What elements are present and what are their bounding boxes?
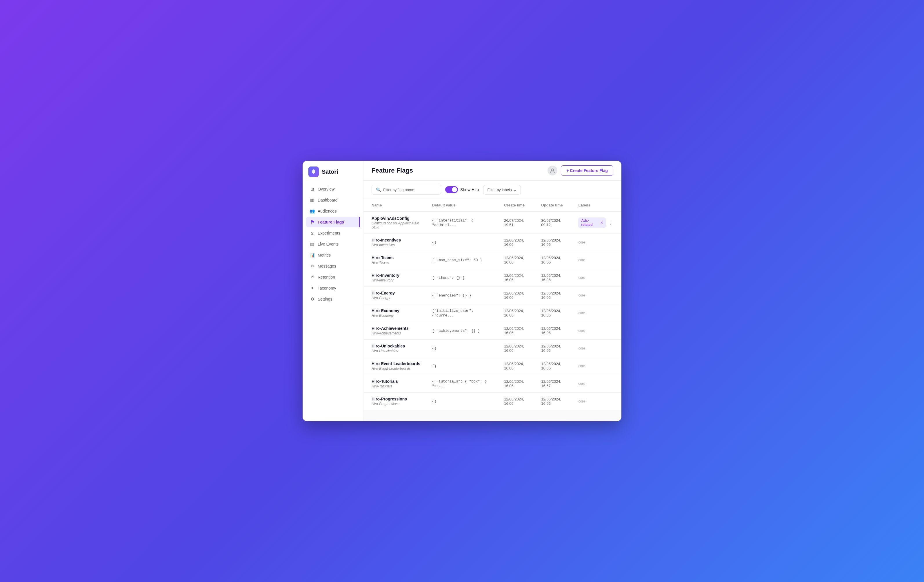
update-time-text: 12/06/2024, 16:06 bbox=[541, 309, 561, 317]
flag-desc: Hiro-Inventory bbox=[371, 278, 423, 282]
flag-default-value: {} bbox=[427, 340, 499, 357]
table-row[interactable]: Hiro-AchievementsHiro-Achievements{ "ach… bbox=[363, 322, 621, 340]
sidebar-item-audiences[interactable]: 👥 Audiences bbox=[306, 206, 360, 216]
sidebar-item-messages[interactable]: ✉ Messages bbox=[306, 261, 360, 271]
table-row[interactable]: Hiro-IncentivesHiro-Incentives{}12/06/20… bbox=[363, 233, 621, 252]
labels-cell-inner: core bbox=[578, 381, 613, 386]
table-row[interactable]: Hiro-ProgressionsHiro-Progressions{}12/0… bbox=[363, 393, 621, 410]
app-name: Satori bbox=[322, 169, 338, 175]
label-remove-icon[interactable]: ✕ bbox=[600, 221, 603, 225]
flag-update-time: 12/06/2024, 16:06 bbox=[536, 393, 574, 410]
core-label: core bbox=[578, 240, 585, 244]
more-menu-icon[interactable]: ⋮ bbox=[608, 219, 613, 226]
default-value-text: {} bbox=[432, 347, 437, 351]
flag-update-time: 12/06/2024, 16:06 bbox=[536, 252, 574, 269]
flag-name-cell: Hiro-InventoryHiro-Inventory bbox=[363, 269, 427, 287]
labels-cell-inner: core bbox=[578, 364, 613, 368]
flag-desc: Hiro-Event-Leaderboards bbox=[371, 367, 423, 371]
search-icon: 🔍 bbox=[376, 187, 381, 192]
sidebar-item-experiments[interactable]: ⧖ Experiments bbox=[306, 228, 360, 238]
core-label: core bbox=[578, 346, 585, 350]
flag-name: Hiro-Event-Leaderboards bbox=[371, 362, 423, 366]
flag-create-time: 12/06/2024, 16:06 bbox=[499, 340, 536, 357]
flag-create-time: 12/06/2024, 16:06 bbox=[499, 252, 536, 269]
flag-labels-cell: core bbox=[574, 287, 621, 304]
update-time-text: 12/06/2024, 16:57 bbox=[541, 379, 561, 388]
update-time-text: 12/06/2024, 16:06 bbox=[541, 362, 561, 370]
flag-update-time: 12/06/2024, 16:06 bbox=[536, 357, 574, 375]
col-default-value: Default value bbox=[427, 199, 499, 212]
flag-name: Hiro-Inventory bbox=[371, 273, 423, 278]
flag-default-value: { "energies": {} } bbox=[427, 287, 499, 304]
table-row[interactable]: Hiro-UnlockablesHiro-Unlockables{}12/06/… bbox=[363, 340, 621, 357]
table-row[interactable]: Hiro-TutorialsHiro-Tutorials{ "tutorials… bbox=[363, 375, 621, 393]
taxonomy-icon: ✦ bbox=[310, 286, 315, 291]
create-time-text: 12/06/2024, 16:06 bbox=[504, 309, 524, 317]
sidebar-item-label: Dashboard bbox=[318, 198, 338, 202]
create-feature-flag-button[interactable]: + Create Feature Flag bbox=[561, 165, 613, 176]
core-label: core bbox=[578, 399, 585, 403]
sidebar-item-label: Retention bbox=[318, 275, 335, 279]
labels-cell-inner: core bbox=[578, 346, 613, 350]
flag-default-value: {"initialize_user":{"curre... bbox=[427, 304, 499, 322]
flag-default-value: { "max_team_size": 50 } bbox=[427, 252, 499, 269]
flag-create-time: 12/06/2024, 16:06 bbox=[499, 375, 536, 393]
flag-name-cell: Hiro-EnergyHiro-Energy bbox=[363, 287, 427, 304]
default-value-text: { "energies": {} } bbox=[432, 294, 471, 298]
table-row[interactable]: Hiro-TeamsHiro-Teams{ "max_team_size": 5… bbox=[363, 252, 621, 269]
flag-name: Hiro-Economy bbox=[371, 308, 423, 313]
flag-desc: Hiro-Tutorials bbox=[371, 384, 423, 388]
core-label: core bbox=[578, 276, 585, 280]
create-time-text: 12/06/2024, 16:06 bbox=[504, 344, 524, 353]
search-box[interactable]: 🔍 bbox=[371, 185, 441, 195]
flag-create-time: 26/07/2024, 19:51 bbox=[499, 212, 536, 233]
create-time-text: 12/06/2024, 16:06 bbox=[504, 326, 524, 335]
flag-name: Hiro-Teams bbox=[371, 255, 423, 260]
app-container: Satori ⊞ Overview ▦ Dashboard 👥 Audience… bbox=[303, 161, 621, 421]
flag-create-time: 12/06/2024, 16:06 bbox=[499, 304, 536, 322]
update-time-text: 12/06/2024, 16:06 bbox=[541, 326, 561, 335]
sidebar-item-dashboard[interactable]: ▦ Dashboard bbox=[306, 195, 360, 205]
search-input[interactable] bbox=[383, 187, 437, 192]
sidebar-item-settings[interactable]: ⚙ Settings bbox=[306, 294, 360, 304]
flag-name-cell: ApplovinAdsConfigConfiguration for Applo… bbox=[363, 212, 427, 233]
sidebar-item-label: Messages bbox=[318, 264, 336, 268]
flag-desc: Configuration for ApplovinMAX SDK bbox=[371, 221, 423, 229]
sidebar-item-overview[interactable]: ⊞ Overview bbox=[306, 184, 360, 194]
show-hiro-toggle[interactable] bbox=[445, 186, 458, 193]
flag-labels-cell: core bbox=[574, 393, 621, 410]
labels-cell-inner: core bbox=[578, 240, 613, 244]
filter-labels-text: Filter by labels bbox=[487, 187, 512, 192]
sidebar-item-feature-flags[interactable]: ⚑ Feature Flags bbox=[306, 217, 360, 227]
flag-name: Hiro-Tutorials bbox=[371, 379, 423, 384]
sidebar-item-metrics[interactable]: 📊 Metrics bbox=[306, 250, 360, 260]
table-row[interactable]: Hiro-EconomyHiro-Economy{"initialize_use… bbox=[363, 304, 621, 322]
dashboard-icon: ▦ bbox=[310, 197, 315, 203]
feature-flags-icon: ⚑ bbox=[310, 219, 315, 225]
default-value-text: {} bbox=[432, 364, 437, 368]
table-row[interactable]: Hiro-EnergyHiro-Energy{ "energies": {} }… bbox=[363, 287, 621, 304]
flag-labels-cell: core bbox=[574, 340, 621, 357]
show-hiro-label: Show Hiro bbox=[460, 187, 479, 192]
label-badge: Ads-related ✕ bbox=[578, 217, 606, 228]
flag-update-time: 12/06/2024, 16:57 bbox=[536, 375, 574, 393]
metrics-icon: 📊 bbox=[310, 253, 315, 258]
sidebar-item-taxonomy[interactable]: ✦ Taxonomy bbox=[306, 283, 360, 293]
default-value-text: { "max_team_size": 50 } bbox=[432, 258, 482, 262]
live-events-icon: ▤ bbox=[310, 242, 315, 247]
sidebar-item-live-events[interactable]: ▤ Live Events bbox=[306, 239, 360, 249]
filter-labels-button[interactable]: Filter by labels ⌄ bbox=[483, 185, 521, 195]
flag-default-value: { "achievements": {} } bbox=[427, 322, 499, 340]
flag-default-value: {} bbox=[427, 233, 499, 252]
table-row[interactable]: Hiro-InventoryHiro-Inventory{ "items": {… bbox=[363, 269, 621, 287]
sidebar-item-retention[interactable]: ↺ Retention bbox=[306, 272, 360, 282]
audiences-icon: 👥 bbox=[310, 209, 315, 214]
user-avatar[interactable] bbox=[548, 166, 558, 176]
core-label: core bbox=[578, 258, 585, 262]
col-labels: Labels bbox=[574, 199, 621, 212]
table-row[interactable]: ApplovinAdsConfigConfiguration for Applo… bbox=[363, 212, 621, 233]
labels-cell-inner: core bbox=[578, 399, 613, 403]
create-time-text: 12/06/2024, 16:06 bbox=[504, 273, 524, 282]
default-value-text: {"initialize_user":{"curre... bbox=[432, 309, 474, 317]
table-row[interactable]: Hiro-Event-LeaderboardsHiro-Event-Leader… bbox=[363, 357, 621, 375]
